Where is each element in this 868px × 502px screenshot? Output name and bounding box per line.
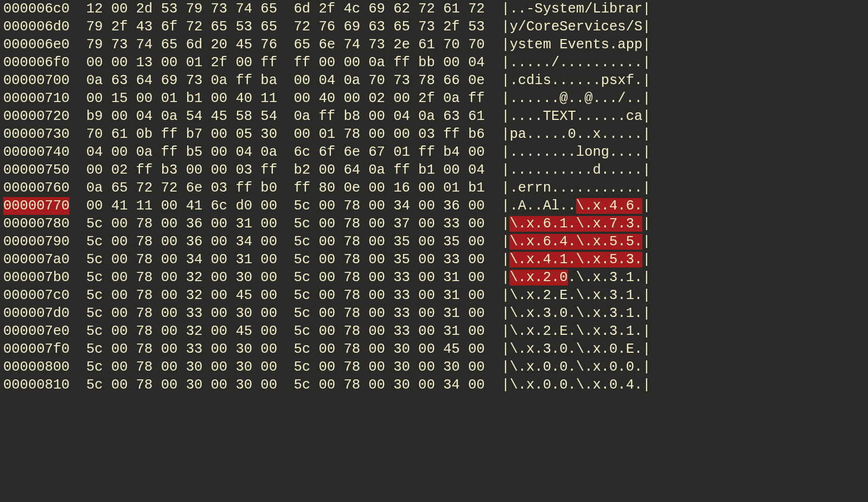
ascii-gap — [485, 304, 502, 322]
ascii-delim-right: | — [642, 288, 650, 303]
offset-value: 00000730 — [3, 125, 69, 143]
hex-group-gap — [277, 304, 294, 322]
hex-group-gap — [277, 197, 294, 215]
hexdump-row: 000007600a 65 72 72 6e 03 ff b0 ff 80 0e… — [3, 179, 865, 197]
hex-group-gap — [277, 376, 294, 394]
hex-bytes-left: b9 00 04 0a 54 45 58 54 — [86, 107, 277, 125]
hex-bytes-right: 6d 2f 4c 69 62 72 61 72 — [294, 0, 485, 18]
hex-group-gap — [277, 340, 294, 358]
hexdump-output[interactable]: 000006c012 00 2d 53 79 73 74 65 6d 2f 4c… — [0, 0, 868, 394]
ascii-delim-left: | — [501, 359, 509, 375]
ascii-delim-left: | — [501, 252, 509, 268]
hex-group-gap — [277, 215, 294, 233]
hex-bytes-left: 00 41 11 00 41 6c d0 00 — [86, 197, 277, 215]
ascii-text: \.x.2.E.\.x.3.1. — [509, 288, 642, 303]
ascii-gap — [485, 215, 502, 233]
hex-bytes-left: 5c 00 78 00 30 00 30 00 — [86, 358, 277, 376]
hex-group-gap — [277, 322, 294, 340]
hexdump-row: 000006f000 00 13 00 01 2f 00 ff ff 00 00… — [3, 54, 865, 72]
ascii-delim-left: | — [501, 73, 509, 88]
ascii-delim-left: | — [501, 180, 509, 196]
offset-value: 000006e0 — [3, 36, 69, 54]
hex-group-gap — [277, 358, 294, 376]
ascii-gap — [485, 0, 502, 18]
hex-bytes-left: 12 00 2d 53 79 73 74 65 — [86, 0, 277, 18]
ascii-gap — [485, 269, 502, 287]
hex-group-gap — [277, 0, 294, 18]
ascii-delim-right: | — [642, 126, 650, 142]
ascii-delim-right: | — [642, 341, 650, 357]
hex-bytes-right: 5c 00 78 00 33 00 31 00 — [294, 269, 485, 287]
hex-bytes-left: 5c 00 78 00 33 00 30 00 — [86, 304, 277, 322]
hex-bytes-right: 5c 00 78 00 35 00 33 00 — [294, 251, 485, 269]
hex-group-gap — [277, 161, 294, 179]
ascii-gap — [485, 125, 502, 143]
hex-bytes-left: 00 02 ff b3 00 00 03 ff — [86, 161, 277, 179]
ascii-column: |pa.....0..x.....| — [501, 125, 650, 143]
hex-bytes-left: 00 15 00 01 b1 00 40 11 — [86, 90, 277, 107]
hexdump-row: 00000720b9 00 04 0a 54 45 58 54 0a ff b8… — [3, 107, 865, 125]
hexdump-row: 000007000a 63 64 69 73 0a ff ba 00 04 0a… — [3, 72, 865, 90]
ascii-gap — [485, 287, 502, 304]
ascii-delim-left: | — [501, 19, 509, 35]
offset-value: 00000710 — [3, 90, 69, 107]
ascii-text: y/CoreServices/S — [509, 19, 642, 35]
ascii-column: |..-System/Librar| — [501, 0, 650, 18]
ascii-column: |....TEXT......ca| — [501, 107, 650, 125]
ascii-column: |\.x.0.0.\.x.0.4.| — [501, 376, 650, 394]
ascii-delim-right: | — [642, 216, 650, 232]
hex-bytes-left: 79 73 74 65 6d 20 45 76 — [86, 36, 277, 54]
ascii-column: |\.x.4.1.\.x.5.3.| — [501, 251, 650, 269]
hex-bytes-left: 5c 00 78 00 33 00 30 00 — [86, 340, 277, 358]
ascii-delim-right: | — [642, 19, 650, 35]
offset-value: 00000800 — [3, 358, 69, 376]
hex-bytes-right: 65 6e 74 73 2e 61 70 70 — [294, 36, 485, 54]
hex-group-gap — [277, 90, 294, 107]
ascii-column: |.cdis......psxf.| — [501, 72, 650, 90]
hexdump-row: 0000075000 02 ff b3 00 00 03 ff b2 00 64… — [3, 161, 865, 179]
hex-bytes-right: 5c 00 78 00 34 00 36 00 — [294, 197, 485, 215]
offset-value: 000007f0 — [3, 340, 69, 358]
hex-bytes-left: 5c 00 78 00 32 00 30 00 — [86, 269, 277, 287]
ascii-column: |..........d.....| — [501, 161, 650, 179]
hexdump-row: 000007905c 00 78 00 36 00 34 00 5c 00 78… — [3, 233, 865, 251]
ascii-gap — [485, 54, 502, 72]
ascii-delim-right: | — [642, 198, 650, 214]
ascii-text: ........long.... — [509, 144, 642, 160]
ascii-delim-left: | — [501, 234, 509, 250]
ascii-column: |......@..@.../..| — [501, 90, 650, 107]
offset-value: 00000720 — [3, 107, 69, 125]
ascii-delim-right: | — [642, 91, 650, 106]
offset-value: 00000790 — [3, 233, 69, 251]
ascii-delim-left: | — [501, 126, 509, 142]
offset-value: 00000700 — [3, 72, 69, 90]
hex-bytes-left: 5c 00 78 00 34 00 31 00 — [86, 251, 277, 269]
hex-group-gap — [277, 251, 294, 269]
ascii-column: |ystem Events.app| — [501, 36, 650, 54]
ascii-delim-right: | — [642, 109, 650, 124]
ascii-delim-right: | — [642, 323, 650, 339]
hex-bytes-right: 5c 00 78 00 30 00 34 00 — [294, 376, 485, 394]
hexdump-row: 0000071000 15 00 01 b1 00 40 11 00 40 00… — [3, 90, 865, 107]
ascii-delim-right: | — [642, 252, 650, 268]
ascii-gap — [485, 179, 502, 197]
ascii-delim-left: | — [501, 1, 509, 17]
offset-value: 000007b0 — [3, 269, 69, 287]
hex-group-gap — [277, 125, 294, 143]
hex-bytes-left: 5c 00 78 00 32 00 45 00 — [86, 287, 277, 304]
hex-bytes-right: 5c 00 78 00 33 00 31 00 — [294, 322, 485, 340]
ascii-gap — [485, 143, 502, 161]
ascii-text: ....TEXT......ca — [509, 109, 642, 124]
ascii-delim-right: | — [642, 162, 650, 178]
ascii-text: \.x.3.0.\.x.0.E. — [509, 341, 642, 357]
ascii-column: |\.x.3.0.\.x.0.E.| — [501, 340, 650, 358]
hexdump-row: 000007c05c 00 78 00 32 00 45 00 5c 00 78… — [3, 287, 865, 304]
ascii-delim-left: | — [501, 37, 509, 53]
ascii-text: pa.....0..x..... — [509, 126, 642, 142]
hex-group-gap — [277, 269, 294, 287]
ascii-delim-left: | — [501, 144, 509, 160]
hex-bytes-right: 00 04 0a 70 73 78 66 0e — [294, 72, 485, 90]
hex-group-gap — [277, 107, 294, 125]
ascii-delim-right: | — [642, 359, 650, 375]
ascii-gap — [485, 18, 502, 36]
